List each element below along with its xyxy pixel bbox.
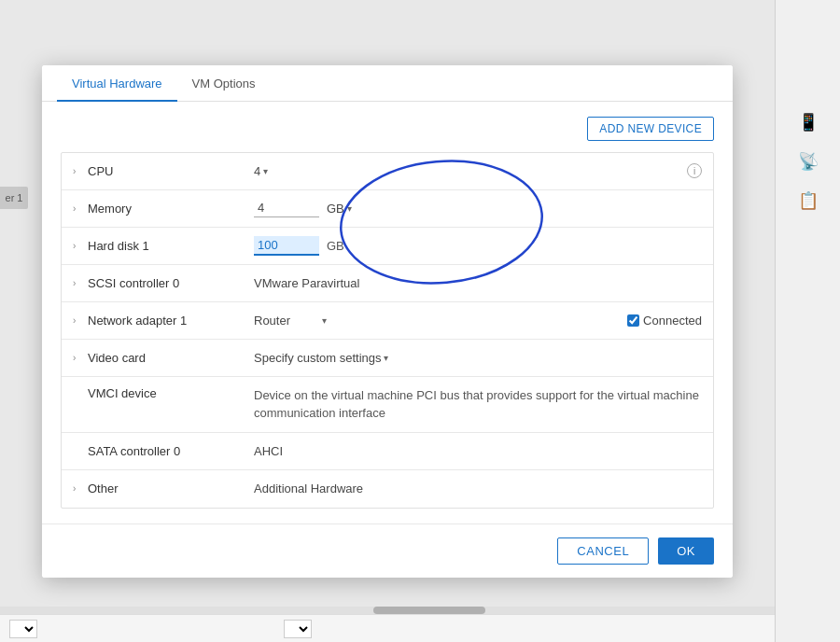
- table-row: › SATA controller 0 AHCI: [62, 433, 713, 470]
- videocard-select-wrap: Specify custom settings ▾: [254, 351, 388, 365]
- table-row: › SCSI controller 0 VMware Paravirtual: [62, 265, 713, 302]
- memory-input[interactable]: [254, 199, 319, 217]
- hw-label-netadapter: Network adapter 1: [86, 314, 254, 328]
- hw-value-netadapter: Router VM Network ▾: [254, 314, 627, 328]
- netadapter-select[interactable]: Router VM Network: [254, 314, 320, 328]
- other-value-text: Additional Hardware: [254, 482, 363, 495]
- dialog: Virtual Hardware VM Options ADD NEW DEVI…: [42, 65, 733, 578]
- videocard-select[interactable]: Specify custom settings: [254, 351, 382, 365]
- add-device-bar: ADD NEW DEVICE: [61, 117, 714, 141]
- memory-unit-dropdown-arrow: ▾: [347, 203, 352, 214]
- connected-label: Connected: [643, 314, 702, 328]
- cpu-select-wrap: 4 1 2 8 ▾: [254, 164, 268, 178]
- scsi-value-text: VMware Paravirtual: [254, 276, 359, 290]
- hw-label-sata: SATA controller 0: [86, 444, 254, 458]
- videocard-dropdown-arrow: ▾: [384, 353, 388, 363]
- expand-chevron-videocard[interactable]: ›: [73, 353, 86, 363]
- expand-chevron-cpu[interactable]: ›: [73, 166, 86, 176]
- hw-value-scsi: VMware Paravirtual: [254, 276, 702, 290]
- hw-label-scsi: SCSI controller 0: [86, 276, 254, 290]
- table-row: › Other Additional Hardware: [62, 470, 713, 508]
- hw-label-other: Other: [86, 482, 254, 495]
- expand-chevron-harddisk[interactable]: ›: [73, 241, 86, 251]
- hw-label-vmci: VMCI device: [86, 386, 254, 400]
- tab-vm-options[interactable]: VM Options: [177, 65, 271, 102]
- expand-chevron-memory[interactable]: ›: [73, 203, 86, 214]
- hardware-table: › CPU 4 1 2 8 ▾: [61, 152, 714, 509]
- memory-unit-select[interactable]: GB MB: [327, 202, 345, 216]
- table-row: › Network adapter 1 Router VM Network ▾: [62, 302, 713, 340]
- table-row: › Memory GB MB ▾: [62, 190, 713, 228]
- cpu-select[interactable]: 4 1 2 8: [254, 164, 261, 178]
- tab-virtual-hardware[interactable]: Virtual Hardware: [57, 65, 177, 102]
- ok-button[interactable]: OK: [658, 537, 714, 565]
- hw-value-harddisk: GB: [254, 236, 702, 256]
- sidebar-icon-1[interactable]: 📱: [798, 112, 819, 133]
- dialog-footer: CANCEL OK: [42, 523, 733, 578]
- hw-label-memory: Memory: [86, 202, 254, 216]
- hw-label-harddisk: Hard disk 1: [86, 239, 254, 253]
- harddisk-unit: GB: [327, 239, 344, 253]
- hw-label-cpu: CPU: [86, 164, 254, 178]
- sidebar-icon-3[interactable]: 📋: [798, 190, 819, 211]
- hw-value-cpu: 4 1 2 8 ▾: [254, 164, 687, 178]
- sidebar-icon-2[interactable]: 📡: [798, 151, 819, 172]
- cancel-button[interactable]: CANCEL: [557, 537, 649, 565]
- add-new-device-button[interactable]: ADD NEW DEVICE: [587, 117, 714, 141]
- cpu-dropdown-arrow: ▾: [263, 166, 268, 176]
- expand-chevron-netadapter[interactable]: ›: [73, 315, 86, 326]
- table-row: › Video card Specify custom settings ▾: [62, 340, 713, 377]
- dialog-tabs: Virtual Hardware VM Options: [42, 65, 733, 102]
- hw-right-cpu: i: [687, 163, 702, 179]
- hw-value-videocard: Specify custom settings ▾: [254, 351, 702, 365]
- hw-value-other: Additional Hardware: [254, 482, 702, 495]
- hw-value-memory: GB MB ▾: [254, 199, 702, 217]
- netadapter-select-wrap: Router VM Network ▾: [254, 314, 327, 328]
- connected-checkbox[interactable]: [627, 314, 639, 327]
- hw-value-sata: AHCI: [254, 444, 702, 458]
- harddisk-input[interactable]: [254, 236, 319, 256]
- info-icon-cpu[interactable]: i: [687, 163, 702, 178]
- table-row: › VMCI device Device on the virtual mach…: [62, 377, 713, 433]
- right-sidebar: 📱 📡 📋: [775, 0, 840, 642]
- expand-chevron-scsi[interactable]: ›: [73, 278, 86, 288]
- dialog-body: ADD NEW DEVICE › CPU 4 1 2 8: [42, 102, 733, 523]
- expand-chevron-other[interactable]: ›: [73, 483, 86, 494]
- table-row: › Hard disk 1 GB: [62, 228, 713, 265]
- table-row: › CPU 4 1 2 8 ▾: [62, 153, 713, 190]
- sata-value-text: AHCI: [254, 444, 283, 458]
- netadapter-dropdown-arrow: ▾: [322, 315, 327, 326]
- memory-unit-select-wrap: GB MB ▾: [327, 202, 352, 216]
- hw-right-netadapter: Connected: [627, 314, 702, 328]
- hw-label-videocard: Video card: [86, 351, 254, 365]
- hw-value-vmci: Device on the virtual machine PCI bus th…: [254, 386, 702, 423]
- content-area: Virtual Hardware VM Options ADD NEW DEVI…: [0, 0, 775, 642]
